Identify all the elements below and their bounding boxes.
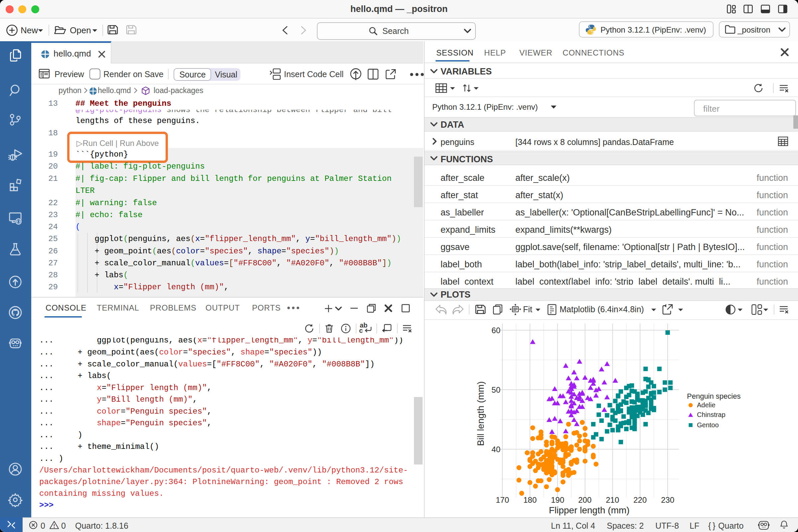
svg-text:220: 220 (633, 495, 647, 505)
svg-text:Adelie: Adelie (697, 401, 716, 408)
svg-text:170: 170 (496, 495, 509, 505)
svg-text:Penguin species: Penguin species (687, 392, 740, 400)
svg-text:200: 200 (578, 495, 591, 505)
svg-text:Chinstrap: Chinstrap (697, 411, 725, 418)
svg-text:190: 190 (551, 495, 564, 505)
svg-text:210: 210 (606, 495, 619, 505)
svg-text:Flipper length (mm): Flipper length (mm) (549, 505, 630, 515)
svg-text:Gentoo: Gentoo (697, 421, 719, 429)
svg-text:40: 40 (491, 445, 500, 454)
svg-text:50: 50 (491, 385, 500, 394)
svg-text:180: 180 (524, 495, 537, 505)
svg-text:230: 230 (661, 495, 674, 505)
svg-text:60: 60 (491, 326, 500, 335)
svg-text:Bill length (mm): Bill length (mm) (475, 381, 486, 446)
